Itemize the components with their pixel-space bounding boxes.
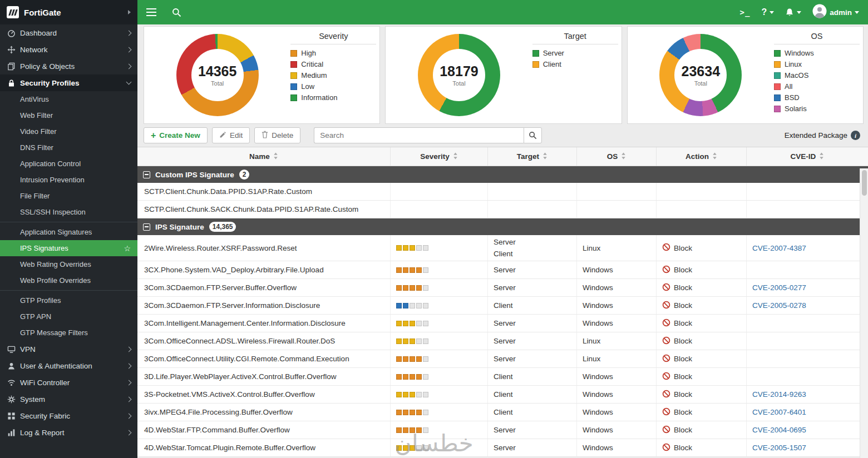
column-header-action[interactable]: Action xyxy=(657,147,747,166)
sidebar-item-dns-filter[interactable]: DNS Filter xyxy=(0,140,137,156)
sidebar-item-web-filter[interactable]: Web Filter xyxy=(0,107,137,123)
cve-link[interactable]: CVE-2005-1507 xyxy=(752,444,806,452)
sidebar-item-ips-signatures[interactable]: IPS Signatures☆ xyxy=(0,240,137,256)
hamburger-menu-icon[interactable] xyxy=(146,8,156,17)
star-icon[interactable]: ☆ xyxy=(124,244,131,253)
sort-icon[interactable] xyxy=(819,152,824,161)
cve-link[interactable]: CVE-2007-6401 xyxy=(752,408,806,416)
sidebar-item-application-signatures[interactable]: Application Signatures xyxy=(0,224,137,240)
search-icon[interactable] xyxy=(172,8,181,17)
collapse-icon[interactable] xyxy=(143,223,150,231)
severity-square xyxy=(396,410,402,415)
sidebar-item-label: Network xyxy=(20,46,48,54)
create-new-button[interactable]: + Create New xyxy=(144,127,208,143)
sidebar-item-wifi-controller[interactable]: WiFi Controller xyxy=(0,374,137,391)
table-row[interactable]: 4D.WebStar.FTP.Command.Buffer.OverflowSe… xyxy=(137,421,868,439)
chevron-right-icon xyxy=(126,63,132,69)
table-row[interactable]: 3D.Life.Player.WebPlayer.ActiveX.Control… xyxy=(137,368,868,386)
table-row[interactable]: 3Com.3CDaemon.FTP.Server.Information.Dis… xyxy=(137,297,868,315)
table-row[interactable]: 4D.WebStar.Tomcat.Plugin.Remote.Buffer.O… xyxy=(137,439,868,457)
sidebar-item-network[interactable]: Network xyxy=(0,41,137,58)
vertical-scrollbar[interactable] xyxy=(860,168,868,458)
sort-icon[interactable] xyxy=(712,152,717,161)
cve-link[interactable]: CVE-2004-0695 xyxy=(752,426,806,434)
delete-button[interactable]: Delete xyxy=(254,127,300,143)
sidebar-item-log-report[interactable]: Log & Report xyxy=(0,424,137,441)
sidebar-item-gtp-apn[interactable]: GTP APN xyxy=(0,308,137,325)
help-menu[interactable]: ? xyxy=(761,7,774,17)
column-header-severity[interactable]: Severity xyxy=(391,147,488,166)
sidebar-item-policy-objects[interactable]: Policy & Objects xyxy=(0,58,137,74)
collapse-icon[interactable] xyxy=(143,171,150,178)
search-submit-button[interactable] xyxy=(524,127,542,143)
scrollbar-thumb[interactable] xyxy=(862,170,867,196)
cve-link[interactable]: CVE-2007-4387 xyxy=(752,244,806,252)
sort-icon[interactable] xyxy=(453,152,458,161)
sidebar-item-gtp-message-filters[interactable]: GTP Message Filters xyxy=(0,325,137,341)
sidebar-item-system[interactable]: System xyxy=(0,391,137,407)
sidebar-item-application-control[interactable]: Application Control xyxy=(0,156,137,172)
sidebar-subitem-label: Application Signatures xyxy=(20,228,92,236)
sidebar-collapse-icon[interactable] xyxy=(128,10,131,14)
sidebar-item-web-rating-overrides[interactable]: Web Rating Overrides xyxy=(0,256,137,272)
table-row[interactable]: 2Wire.Wireless.Router.XSRF.Password.Rese… xyxy=(137,235,868,261)
target-cell: Client xyxy=(488,386,577,403)
table-row[interactable]: 3Com.Intelligent.Management.Center.Infor… xyxy=(137,315,868,332)
table-row[interactable]: 3Com.3CDaemon.FTP.Server.Buffer.Overflow… xyxy=(137,279,868,297)
pencil-icon xyxy=(219,131,226,140)
os-legend: OSWindowsLinuxMacOSAllBSDSolaris xyxy=(774,32,863,116)
table-row[interactable]: 3ivx.MPEG4.File.Processing.Buffer.Overfl… xyxy=(137,404,868,421)
severity-cell xyxy=(391,297,488,314)
cve-cell: CVE-2005-0278 xyxy=(747,297,868,314)
column-header-cve-id[interactable]: CVE-ID xyxy=(747,147,868,166)
sidebar-item-security-fabric[interactable]: Security Fabric xyxy=(0,407,137,424)
sort-icon[interactable] xyxy=(542,152,548,161)
edit-button[interactable]: Edit xyxy=(212,127,250,143)
sidebar-subitem-label: Web Profile Overrides xyxy=(20,276,91,285)
admin-menu[interactable]: admin xyxy=(812,4,859,21)
severity-cell xyxy=(391,279,488,296)
info-icon[interactable]: i xyxy=(851,131,860,140)
severity-square xyxy=(403,303,408,308)
table-row[interactable]: 3CX.Phone.System.VAD_Deploy.Arbitrary.Fi… xyxy=(137,261,868,279)
table-row[interactable]: 3S-Pocketnet.VMS.ActiveX.Control.Buffer.… xyxy=(137,386,868,404)
column-header-target[interactable]: Target xyxy=(488,147,577,166)
cve-link[interactable]: CVE-2005-0277 xyxy=(752,283,806,292)
sidebar-item-security-profiles[interactable]: Security Profiles xyxy=(0,74,137,91)
sidebar-item-ssl-ssh-inspection[interactable]: SSL/SSH Inspection xyxy=(0,204,137,220)
table-row[interactable]: 3Com.OfficeConnect.ADSL.Wireless.Firewal… xyxy=(137,332,868,350)
table-row[interactable]: SCTP.Client.Chunk.SACK.Chunk.Data.PPID.S… xyxy=(137,201,868,218)
legend-item-low: Low xyxy=(290,82,376,91)
cli-console-icon[interactable]: >_ xyxy=(740,8,751,17)
sort-icon[interactable] xyxy=(621,152,626,161)
sidebar-item-video-filter[interactable]: Video Filter xyxy=(0,123,137,140)
severity-square xyxy=(403,374,408,380)
sidebar-item-vpn[interactable]: VPN xyxy=(0,341,137,357)
sidebar-item-gtp-profiles[interactable]: GTP Profiles xyxy=(0,292,137,308)
table-row[interactable]: SCTP.Client.Chunk.Data.PPID.S1AP.Rate.Cu… xyxy=(137,183,868,201)
cve-link[interactable]: CVE-2014-9263 xyxy=(752,390,806,399)
sidebar-item-antivirus[interactable]: AntiVirus xyxy=(0,91,137,107)
column-header-name[interactable]: Name xyxy=(137,147,391,166)
search-input[interactable] xyxy=(314,127,524,143)
severity-square xyxy=(423,374,428,380)
notifications-menu[interactable] xyxy=(785,8,801,17)
os-donut-wrap: 23634Total xyxy=(628,34,774,116)
action-label: Block xyxy=(674,301,692,310)
chevron-right-icon xyxy=(126,396,132,402)
legend-label: BSD xyxy=(785,93,800,102)
table-row[interactable]: 3Com.OfficeConnect.Utility.CGI.Remote.Co… xyxy=(137,350,868,368)
sidebar-item-dashboard[interactable]: Dashboard xyxy=(0,24,137,41)
severity-chart-card: 14365TotalSeverityHighCriticalMediumLowI… xyxy=(144,26,380,124)
sidebar-item-web-profile-overrides[interactable]: Web Profile Overrides xyxy=(0,272,137,288)
column-header-os[interactable]: OS xyxy=(577,147,657,166)
section-header-custom-ips-signature[interactable]: Custom IPS Signature2 xyxy=(137,166,868,183)
cve-link[interactable]: CVE-2005-0278 xyxy=(752,301,806,310)
section-header-ips-signature[interactable]: IPS Signature14,365 xyxy=(137,218,868,235)
action-cell xyxy=(657,183,747,200)
sidebar-item-user-authentication[interactable]: User & Authentication xyxy=(0,357,137,374)
sort-icon[interactable] xyxy=(273,152,278,161)
cve-cell: CVE-2005-0277 xyxy=(747,279,868,296)
sidebar-item-intrusion-prevention[interactable]: Intrusion Prevention xyxy=(0,172,137,188)
sidebar-item-file-filter[interactable]: File Filter xyxy=(0,188,137,204)
